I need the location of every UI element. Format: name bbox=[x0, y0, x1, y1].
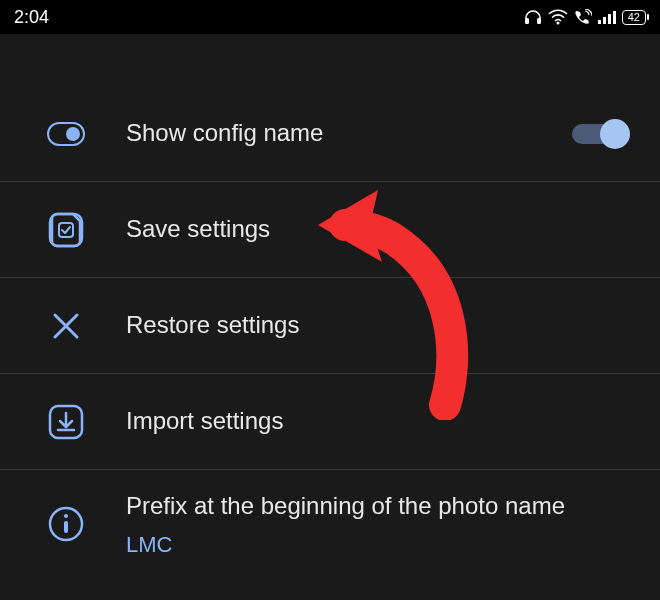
svg-rect-1 bbox=[537, 18, 541, 24]
status-bar: 2:04 bbox=[0, 0, 660, 34]
svg-rect-4 bbox=[603, 17, 606, 24]
signal-icon bbox=[598, 10, 616, 24]
svg-rect-14 bbox=[64, 521, 68, 533]
save-icon bbox=[46, 210, 86, 250]
svg-point-8 bbox=[66, 127, 80, 141]
svg-point-2 bbox=[556, 22, 559, 25]
toggle-icon bbox=[46, 114, 86, 154]
row-save-settings[interactable]: Save settings bbox=[0, 182, 660, 278]
svg-rect-0 bbox=[525, 18, 529, 24]
row-prefix[interactable]: Prefix at the beginning of the photo nam… bbox=[0, 470, 660, 578]
svg-point-13 bbox=[64, 514, 68, 518]
phone-wifi-icon bbox=[574, 9, 592, 25]
row-import-settings[interactable]: Import settings bbox=[0, 374, 660, 470]
row-show-config-name[interactable]: Show config name bbox=[0, 86, 660, 182]
section-header-partial: Config bbox=[0, 34, 660, 56]
row-restore-settings[interactable]: Restore settings bbox=[0, 278, 660, 374]
headphones-icon bbox=[524, 9, 542, 25]
row-label: Restore settings bbox=[126, 309, 638, 341]
svg-rect-3 bbox=[598, 20, 601, 24]
svg-rect-6 bbox=[613, 11, 616, 24]
svg-rect-5 bbox=[608, 14, 611, 24]
wifi-icon bbox=[548, 9, 568, 25]
row-label: Prefix at the beginning of the photo nam… bbox=[126, 490, 638, 522]
close-x-icon bbox=[46, 306, 86, 346]
battery-indicator: 42 bbox=[622, 10, 646, 25]
row-label: Save settings bbox=[126, 213, 638, 245]
show-config-toggle[interactable] bbox=[572, 119, 628, 149]
import-icon bbox=[46, 402, 86, 442]
status-icons: 42 bbox=[524, 9, 646, 25]
row-label: Import settings bbox=[126, 405, 638, 437]
row-value: LMC bbox=[126, 532, 638, 558]
info-icon bbox=[46, 504, 86, 544]
row-label: Show config name bbox=[126, 117, 532, 149]
status-time: 2:04 bbox=[14, 7, 49, 28]
